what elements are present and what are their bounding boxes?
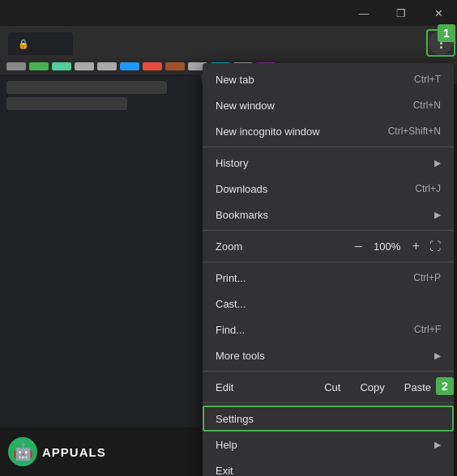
- menu-item-more-tools[interactable]: More tools ▶: [203, 342, 454, 368]
- bookmark-item: [52, 62, 71, 70]
- menu-item-settings[interactable]: Settings: [203, 406, 454, 431]
- bookmark-item: [29, 62, 49, 70]
- menu-item-history[interactable]: History ▶: [203, 150, 454, 176]
- copy-button[interactable]: Copy: [350, 378, 394, 397]
- paste-button[interactable]: Paste: [395, 378, 441, 397]
- zoom-row[interactable]: Zoom – 100% + ⛶: [203, 233, 454, 259]
- appuals-logo-image: 🤖: [8, 437, 37, 466]
- title-bar: — ❐ ✕: [0, 0, 457, 26]
- tab-favicon: 🔒: [18, 39, 29, 49]
- menu-separator-2: [203, 230, 454, 231]
- zoom-in-button[interactable]: +: [409, 239, 423, 253]
- window-controls: — ❐ ✕: [345, 0, 457, 26]
- menu-item-downloads[interactable]: Downloads Ctrl+J: [203, 176, 454, 202]
- maximize-icon: ❐: [396, 7, 406, 19]
- maximize-button[interactable]: ❐: [382, 0, 420, 26]
- menu-item-new-tab[interactable]: New tab Ctrl+T: [203, 66, 454, 92]
- menu-item-bookmarks[interactable]: Bookmarks ▶: [203, 202, 454, 227]
- left-sidebar: [0, 71, 201, 476]
- active-tab[interactable]: 🔒: [8, 32, 73, 55]
- appuals-brand-text: APPUALS: [42, 445, 106, 459]
- menu-separator-3: [203, 261, 454, 262]
- bookmark-item: [6, 62, 26, 70]
- menu-item-new-incognito[interactable]: New incognito window Ctrl+Shift+N: [203, 118, 454, 144]
- edit-row: Edit Cut Copy Paste: [203, 374, 454, 400]
- sidebar-item-1: [6, 81, 167, 94]
- menu-separator-1: [203, 147, 454, 147]
- edit-actions: Cut Copy Paste: [314, 378, 441, 397]
- zoom-controls: – 100% +: [352, 239, 423, 253]
- sidebar-item-2: [6, 97, 127, 110]
- label-1-badge: 1: [438, 24, 455, 42]
- context-menu: New tab Ctrl+T New window Ctrl+N New inc…: [203, 63, 454, 476]
- menu-item-find[interactable]: Find... Ctrl+F: [203, 317, 454, 342]
- fullscreen-button[interactable]: ⛶: [429, 240, 441, 253]
- appuals-logo: 🤖 APPUALS: [8, 437, 106, 466]
- menu-item-print[interactable]: Print... Ctrl+P: [203, 265, 454, 291]
- bottom-area: 🤖 APPUALS: [0, 427, 211, 476]
- bookmark-item: [120, 62, 139, 70]
- label-2-badge: 2: [436, 377, 454, 395]
- zoom-value: 100%: [372, 240, 403, 253]
- menu-separator-5: [203, 402, 454, 403]
- zoom-out-button[interactable]: –: [352, 239, 365, 253]
- tab-bar: 🔒: [0, 26, 457, 55]
- minimize-icon: —: [359, 7, 369, 19]
- close-button[interactable]: ✕: [420, 0, 457, 26]
- menu-item-help[interactable]: Help ▶: [203, 431, 454, 457]
- menu-item-cast[interactable]: Cast...: [203, 291, 454, 317]
- bookmark-item: [143, 62, 162, 70]
- menu-separator-4: [203, 371, 454, 372]
- bookmark-item: [97, 62, 117, 70]
- minimize-button[interactable]: —: [345, 0, 382, 26]
- close-icon: ✕: [434, 7, 443, 19]
- menu-item-new-window[interactable]: New window Ctrl+N: [203, 92, 454, 118]
- menu-item-exit[interactable]: Exit: [203, 457, 454, 476]
- cut-button[interactable]: Cut: [314, 378, 350, 397]
- bookmark-item: [75, 62, 94, 70]
- bookmark-item: [165, 62, 185, 70]
